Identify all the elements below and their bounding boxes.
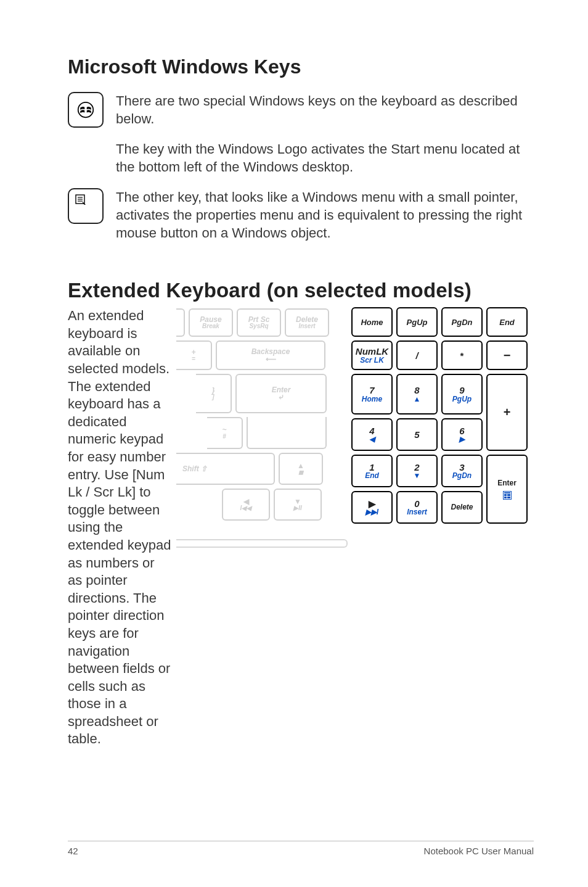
numeric-keypad: Home PgUp PgDn End NumLK Scr LK / * − 7 xyxy=(351,307,534,524)
play-pause-icon: ▶II xyxy=(293,505,302,512)
key-7: 7 Home xyxy=(351,374,393,415)
svg-point-0 xyxy=(78,102,94,118)
label: 3 xyxy=(459,463,464,472)
ghost-enter-key: Enter ⤶ xyxy=(235,374,327,413)
para-extended-keyboard: An extended keyboard is available on sel… xyxy=(68,307,171,748)
label: 1 xyxy=(369,463,374,472)
label: Home xyxy=(362,395,382,403)
ghost-prtsc-key: Prt Sc SysRq xyxy=(237,308,281,337)
key-4: 4 ◀ xyxy=(351,418,393,451)
key-5: 5 xyxy=(396,418,438,451)
label: Delete xyxy=(451,503,473,511)
key-8: 8 ▲ xyxy=(396,374,438,415)
next-track-icon: ▶▶I xyxy=(365,508,378,516)
key-home: Home xyxy=(351,307,393,337)
ghost-hash-key: ~ # xyxy=(207,417,243,449)
windows-logo-icon xyxy=(77,101,94,118)
ghost-spacebar-rail xyxy=(176,539,348,548)
label: End xyxy=(365,472,379,480)
ghost-delete-key: Delete Insert xyxy=(285,308,329,337)
page-number: 42 xyxy=(68,846,78,856)
key-pgdn: PgDn xyxy=(441,307,483,337)
label: 2 xyxy=(414,463,419,472)
ghost-pause-key: Pause Break xyxy=(189,308,233,337)
label: PgUp xyxy=(452,395,472,403)
para-menu-key: The other key, that looks like a Windows… xyxy=(116,188,534,242)
key-6: 6 ▶ xyxy=(441,418,483,451)
ghost-up-key: ▲ ◼ xyxy=(279,453,323,485)
key-numlk: NumLK Scr LK xyxy=(351,340,393,370)
ghost-bracket-key: } ] xyxy=(196,374,232,413)
label: NumLK xyxy=(356,347,388,357)
label: 0 xyxy=(414,499,419,509)
arrow-right-icon: ▶ xyxy=(459,435,465,444)
arrow-up-icon: ▲ xyxy=(414,395,421,403)
label: SysRq xyxy=(249,323,268,330)
label: Break xyxy=(202,323,219,330)
label: ] xyxy=(212,394,214,401)
context-menu-icon xyxy=(75,194,86,205)
arrow-right-icon: ▶ xyxy=(369,499,376,509)
key-0: 0 Insert xyxy=(396,491,438,524)
label: Insert xyxy=(298,323,315,330)
calculator-icon xyxy=(503,491,512,500)
ghost-down-key: ▼ ▶II xyxy=(274,489,322,521)
key-2: 2 ▼ xyxy=(396,455,438,487)
label: 9 xyxy=(459,386,464,395)
label: I◀◀ xyxy=(240,505,252,512)
ghost-backspace-key: Backspace ⟵ xyxy=(216,340,325,370)
ghost-plus-key: + = xyxy=(176,340,212,370)
label: PgDn xyxy=(452,472,472,480)
label: 8 xyxy=(414,386,419,395)
label: = xyxy=(192,356,195,363)
arrow-left-icon: ◀ xyxy=(369,435,375,444)
para-two-special-keys: There are two special Windows keys on th… xyxy=(116,92,534,128)
menu-keycap xyxy=(68,188,104,224)
key-slash: / xyxy=(396,340,438,370)
stop-icon: ◼ xyxy=(298,469,303,476)
key-minus: − xyxy=(486,340,528,370)
label: 4 xyxy=(369,426,374,436)
ghost-enter-lower xyxy=(247,417,327,449)
ghost-keys-area: Pause Break Prt Sc SysRq Delete Insert xyxy=(176,308,348,521)
footer-title: Notebook PC User Manual xyxy=(424,846,534,856)
windows-logo-keycap xyxy=(68,92,104,128)
key-pgup: PgUp xyxy=(396,307,438,337)
label: 6 xyxy=(459,426,464,436)
key-right-play: ▶ ▶▶I xyxy=(351,491,393,524)
label: Insert xyxy=(407,508,427,516)
ghost-stub xyxy=(176,308,185,337)
label: Scr LK xyxy=(360,357,384,365)
key-enter: Enter xyxy=(486,455,528,524)
para-windows-logo-key: The key with the Windows Logo activates … xyxy=(116,140,534,176)
heading-windows-keys: Microsoft Windows Keys xyxy=(68,56,534,78)
key-3: 3 PgDn xyxy=(441,455,483,487)
key-delete: Delete xyxy=(441,491,483,524)
label: # xyxy=(223,434,226,440)
heading-extended-keyboard: Extended Keyboard (on selected models) xyxy=(68,279,534,302)
label: Shift ⇧ xyxy=(182,464,207,473)
arrow-down-icon: ▼ xyxy=(414,472,421,480)
key-9: 9 PgUp xyxy=(441,374,483,415)
label: 7 xyxy=(369,386,374,395)
key-end: End xyxy=(486,307,528,337)
key-plus: + xyxy=(486,374,528,451)
key-star: * xyxy=(441,340,483,370)
ghost-shift-key: Shift ⇧ xyxy=(176,453,275,485)
key-1: 1 End xyxy=(351,455,393,487)
label: Enter xyxy=(497,479,517,487)
ghost-left-key: ◀ I◀◀ xyxy=(222,489,270,521)
